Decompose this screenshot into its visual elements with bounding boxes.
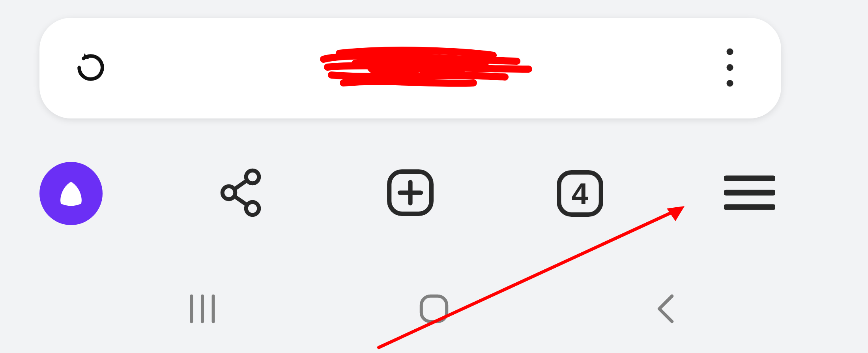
- menu-button[interactable]: [718, 162, 781, 225]
- kebab-icon: [724, 46, 735, 91]
- address-bar[interactable]: [39, 18, 781, 118]
- reload-icon: [73, 50, 108, 86]
- svg-point-1: [727, 64, 733, 71]
- plus-square-icon: [385, 167, 436, 220]
- hamburger-icon: [724, 172, 775, 215]
- svg-point-2: [727, 80, 733, 86]
- tabs-count-icon: 4: [572, 176, 588, 211]
- device-nav-bar: [0, 266, 868, 353]
- device-recents-button[interactable]: [175, 282, 230, 337]
- reload-button[interactable]: [67, 45, 114, 92]
- svg-point-4: [223, 186, 236, 199]
- svg-line-6: [234, 180, 247, 190]
- device-back-button[interactable]: [638, 282, 693, 337]
- svg-line-7: [234, 196, 247, 205]
- tabs-button[interactable]: 4: [548, 162, 612, 225]
- url-display-area[interactable]: [114, 18, 706, 118]
- page-options-button[interactable]: [706, 45, 754, 92]
- svg-point-0: [727, 48, 733, 55]
- svg-point-3: [246, 171, 259, 184]
- share-icon: [217, 167, 264, 220]
- share-button[interactable]: [209, 162, 272, 225]
- recents-icon: [184, 291, 221, 329]
- new-tab-button[interactable]: [379, 162, 442, 225]
- alice-icon: [39, 162, 103, 225]
- back-icon: [651, 291, 680, 329]
- browser-toolbar: 4: [39, 154, 781, 233]
- device-home-button[interactable]: [406, 282, 462, 337]
- alice-assistant-button[interactable]: [39, 162, 103, 225]
- svg-rect-18: [421, 296, 447, 321]
- svg-point-5: [246, 202, 259, 215]
- home-icon: [416, 291, 452, 329]
- tabs-count-value: 4: [572, 176, 588, 211]
